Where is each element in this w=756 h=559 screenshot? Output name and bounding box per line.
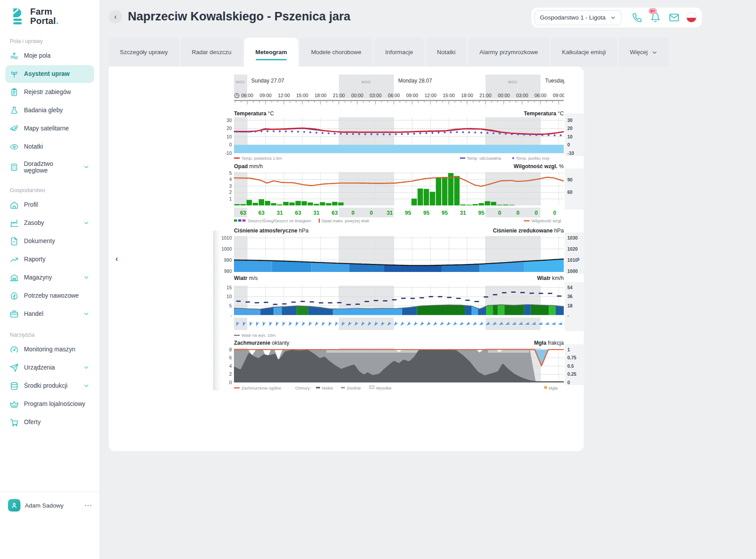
svg-text:Niskie: Niskie — [322, 386, 333, 390]
user-name: Adam Sadowy — [25, 502, 63, 509]
svg-text:95: 95 — [423, 210, 429, 216]
sidebar-item-magazyny[interactable]: Magazyny — [5, 269, 94, 287]
back-button[interactable]: ‹ — [109, 10, 122, 24]
tab-informacje[interactable]: Informacje — [374, 38, 424, 67]
svg-text:00:00: 00:00 — [351, 93, 363, 98]
chevron-down-icon — [83, 311, 90, 317]
clouds-panel: 8160.7540.520.2500Zachmurzenie oktantyMg… — [229, 340, 576, 390]
svg-text:0: 0 — [553, 210, 556, 216]
svg-text:3: 3 — [229, 183, 232, 189]
sidebar-item-potrzeby-nawozowe[interactable]: Potrzeby nawozowe — [5, 287, 94, 305]
sidebar-item-label: Zasoby — [24, 220, 44, 226]
app-logo[interactable]: Farm Portal. — [0, 0, 99, 29]
planet-icon — [10, 124, 19, 133]
gauge-icon — [10, 345, 19, 354]
sidebar-item-badania-gleby[interactable]: Badania gleby — [5, 102, 94, 119]
chevron-down-icon — [651, 49, 658, 56]
mail-button[interactable] — [669, 12, 679, 23]
svg-text:Monday 28.07: Monday 28.07 — [398, 78, 432, 84]
svg-text:15:00: 15:00 — [296, 93, 308, 98]
svg-text:Temp. odczuwalna: Temp. odczuwalna — [467, 156, 502, 161]
svg-text:18:00: 18:00 — [461, 93, 473, 98]
sidebar-item-label: Program lojalnościowy — [24, 401, 85, 407]
svg-text:Wiatr m/s: Wiatr m/s — [234, 275, 257, 281]
tab-meteogram[interactable]: Meteogram — [244, 38, 298, 67]
svg-text:Opad mm/h: Opad mm/h — [234, 163, 263, 169]
document-icon — [10, 237, 19, 246]
section-label: Gospodarstwo — [10, 187, 90, 193]
tab-szczegóły-uprawy[interactable]: Szczegóły uprawy — [109, 38, 179, 67]
tab-kalkulacje-emisji[interactable]: Kalkulacje emisji — [551, 38, 617, 67]
calculator-icon — [10, 163, 19, 172]
phone-button[interactable] — [632, 13, 642, 23]
svg-text:2: 2 — [229, 189, 232, 195]
svg-text:0: 0 — [229, 142, 232, 147]
svg-text:-10: -10 — [567, 150, 574, 156]
tab-label: Informacje — [385, 49, 413, 55]
sidebar-item-label: Oferty — [24, 419, 41, 425]
farm-select[interactable]: Gospodarstwo 1 - Ligota — [534, 10, 621, 25]
tab-notatki[interactable]: Notatki — [426, 38, 467, 67]
sidebar-item-asystent-upraw[interactable]: Asystent upraw — [5, 65, 94, 83]
sidebar-item-środki-produkcji[interactable]: Środki produkcji — [5, 377, 94, 395]
chevron-down-icon — [83, 382, 90, 389]
scroll-right-button[interactable]: › — [573, 252, 584, 265]
tab-label: Notatki — [437, 49, 455, 55]
sidebar-item-doradztwo-węglowe[interactable]: Doradztwo węglowe — [5, 156, 94, 178]
svg-text:NOC: NOC — [361, 80, 371, 84]
svg-text:Wilgotność wzgl. %: Wilgotność wzgl. % — [514, 163, 564, 169]
svg-text:63: 63 — [295, 210, 301, 216]
svg-text:0: 0 — [498, 210, 501, 216]
svg-text:36: 36 — [567, 294, 573, 299]
svg-text:95: 95 — [405, 210, 411, 216]
factory-icon — [10, 219, 19, 228]
svg-text:09:00: 09:00 — [553, 93, 565, 98]
sidebar-item-monitoring-maszyn[interactable]: Monitoring maszyn — [5, 341, 94, 358]
notifications-button[interactable]: 9+ — [650, 12, 661, 23]
page-title: Naprzeciw Kowalskiego - Pszenica jara — [128, 10, 350, 24]
sidebar-item-moje-pola[interactable]: Moje pola — [5, 47, 94, 65]
svg-text:Średnie: Średnie — [347, 386, 361, 390]
user-menu-icon[interactable] — [85, 505, 91, 506]
svg-text:09:00: 09:00 — [406, 93, 418, 98]
user-row[interactable]: Adam Sadowy — [0, 492, 99, 519]
sidebar-item-urządzenia[interactable]: Urządzenia — [5, 359, 94, 377]
language-button[interactable] — [686, 12, 697, 23]
sidebar-item-label: Monitoring maszyn — [24, 346, 75, 353]
svg-text:03:00: 03:00 — [369, 93, 381, 98]
sidebar-item-program-lojalnościowy[interactable]: Program lojalnościowy — [5, 395, 94, 413]
sidebar-item-label: Mapy satelitarne — [24, 125, 69, 132]
svg-text:Tuesday: Tuesday — [545, 78, 566, 84]
svg-text:31: 31 — [460, 210, 466, 216]
chevron-down-icon — [83, 364, 90, 371]
sidebar-item-label: Badania gleby — [24, 107, 63, 114]
sidebar-item-handel[interactable]: Handel — [5, 305, 94, 323]
sidebar-item-profil[interactable]: Profil — [5, 196, 94, 214]
svg-text:20: 20 — [226, 126, 232, 131]
sidebar-item-oferty[interactable]: Oferty — [5, 413, 94, 431]
tab-więcej[interactable]: Więcej — [619, 38, 669, 67]
svg-text:Ciśnienie atmosferyczne hPa: Ciśnienie atmosferyczne hPa — [234, 228, 309, 234]
sidebar-item-label: Potrzeby nawozowe — [24, 292, 79, 299]
svg-text:Ciśnienie zredukowane hPa: Ciśnienie zredukowane hPa — [493, 228, 564, 234]
svg-text:63: 63 — [258, 210, 265, 216]
sidebar-item-dokumenty[interactable]: Dokumenty — [5, 232, 94, 250]
sidebar-item-rejestr-zabiegów[interactable]: Rejestr zabiegów — [5, 83, 94, 101]
sidebar-item-notatki[interactable]: Notatki — [5, 138, 94, 156]
svg-text:21:00: 21:00 — [333, 93, 345, 98]
tab-modele-chorobowe[interactable]: Modele chorobowe — [300, 38, 372, 67]
tab-radar-deszczu[interactable]: Radar deszczu — [181, 38, 242, 67]
svg-text:31: 31 — [277, 210, 283, 216]
sidebar-item-raporty[interactable]: Raporty — [5, 251, 94, 268]
scroll-left-button[interactable]: ‹ — [111, 252, 123, 265]
sidebar-item-mapy-satelitarne[interactable]: Mapy satelitarne — [5, 120, 94, 138]
crown-icon — [10, 400, 19, 409]
svg-text:15:00: 15:00 — [443, 93, 455, 98]
svg-text:21:00: 21:00 — [479, 93, 491, 98]
barn-icon — [10, 201, 19, 209]
svg-text:Temp. powietrza 1.5m: Temp. powietrza 1.5m — [241, 156, 282, 161]
plant-icon — [10, 70, 19, 79]
tab-alarmy-przymrozkowe[interactable]: Alarmy przymrozkowe — [468, 38, 549, 67]
svg-text:-10: -10 — [225, 150, 232, 156]
sidebar-item-zasoby[interactable]: Zasoby — [5, 214, 94, 232]
